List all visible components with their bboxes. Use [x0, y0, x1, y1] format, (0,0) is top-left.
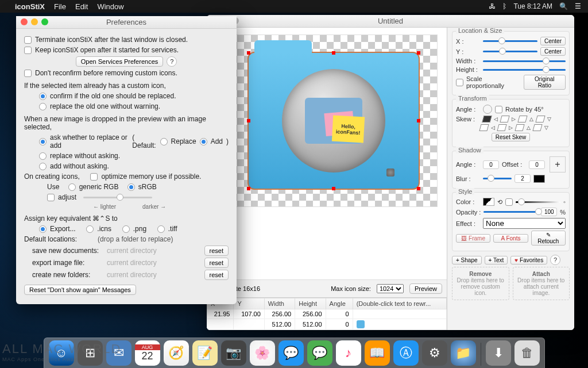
skew-icon[interactable]: [500, 116, 509, 122]
color-picker-icon[interactable]: ◦: [563, 198, 566, 205]
photos-dock-icon[interactable]: 🌸: [250, 340, 275, 366]
resize-handle[interactable]: [417, 51, 420, 55]
original-ratio-button[interactable]: Original Ratio: [524, 75, 566, 90]
resize-handle[interactable]: [247, 51, 250, 55]
icns-radio[interactable]: [86, 225, 94, 233]
skew-icon[interactable]: [497, 124, 506, 131]
y-slider[interactable]: [483, 51, 537, 52]
adjust-checkbox[interactable]: [47, 194, 55, 201]
resize-handle[interactable]: [417, 187, 420, 190]
resize-handle[interactable]: [332, 187, 335, 190]
confirm-replace-radio[interactable]: [39, 93, 47, 100]
clock[interactable]: Tue 8:12 AM: [513, 2, 552, 10]
reset-button[interactable]: reset: [204, 246, 229, 256]
height-slider[interactable]: [483, 69, 566, 71]
resize-handle[interactable]: [332, 51, 335, 55]
doc-titlebar[interactable]: Untitled: [207, 15, 574, 28]
remove-drop-zone[interactable]: RemoveDrop items here to remove custom i…: [452, 267, 509, 300]
x-slider[interactable]: [483, 40, 537, 42]
shadow-add-button[interactable]: +: [550, 156, 566, 172]
skew-icon[interactable]: [535, 116, 545, 122]
skew-icon[interactable]: [482, 116, 492, 122]
replace-noask-radio[interactable]: [39, 152, 47, 160]
resize-handle[interactable]: [247, 119, 250, 122]
notes-dock-icon[interactable]: 📝: [192, 340, 218, 366]
resize-handle[interactable]: [247, 187, 250, 190]
shadow-angle-field[interactable]: [483, 160, 499, 169]
rotate45-checkbox[interactable]: [495, 106, 502, 113]
reset-button[interactable]: reset: [204, 258, 229, 268]
app-menu[interactable]: iconStiX: [15, 2, 45, 11]
bluetooth-icon[interactable]: ᛒ: [502, 2, 506, 10]
objects-table[interactable]: X Y Width Height Angle (Double-click tex…: [207, 297, 447, 330]
default-add-radio[interactable]: [200, 138, 207, 145]
messages-dock-icon[interactable]: 💬: [307, 340, 332, 366]
angle-dial[interactable]: [483, 105, 492, 114]
effect-select[interactable]: None: [483, 218, 566, 229]
attach-drop-zone[interactable]: AttachDrop items here to attach current …: [513, 267, 570, 300]
preview-button[interactable]: Preview: [409, 283, 442, 294]
spotlight-icon[interactable]: 🔍: [559, 2, 568, 10]
fonts-button[interactable]: A Fonts: [493, 234, 528, 243]
table-row[interactable]: 21.95107.00 256.00256.00 0: [207, 309, 447, 319]
frame-button[interactable]: 🖼 Frame: [456, 234, 490, 243]
ask-radio[interactable]: [39, 138, 47, 145]
prefs-titlebar[interactable]: Preferences: [16, 16, 237, 29]
adjust-slider[interactable]: [83, 197, 152, 198]
srgb-radio[interactable]: [127, 183, 135, 191]
safari-dock-icon[interactable]: 🧭: [164, 340, 189, 366]
canvas[interactable]: Hello, iconFans!: [207, 28, 447, 279]
chat-dock-icon[interactable]: 💬: [278, 340, 304, 366]
opacity-slider[interactable]: [483, 211, 538, 213]
scale-checkbox[interactable]: [456, 79, 463, 86]
replace-nowarn-radio[interactable]: [39, 103, 47, 110]
open-services-button[interactable]: Open Services Preferences: [76, 56, 164, 67]
settings-dock-icon[interactable]: ⚙: [422, 340, 447, 366]
close-icon[interactable]: [21, 18, 28, 25]
skew-icon[interactable]: [514, 124, 524, 131]
shadow-color-swatch[interactable]: [533, 175, 545, 183]
ibooks-dock-icon[interactable]: 📖: [365, 340, 390, 366]
blur-field[interactable]: [514, 174, 531, 183]
list-icon[interactable]: ☰: [575, 2, 581, 10]
skew-icon[interactable]: [517, 116, 527, 122]
help-button[interactable]: ?: [550, 255, 560, 265]
photobooth-dock-icon[interactable]: 📷: [221, 340, 246, 366]
wifi-icon[interactable]: 🖧: [489, 2, 496, 10]
color-swatch[interactable]: [483, 198, 494, 206]
center-x-button[interactable]: Center: [540, 37, 566, 45]
default-replace-radio[interactable]: [160, 138, 168, 145]
opacity-field[interactable]: [541, 208, 557, 216]
dont-reconfirm-checkbox[interactable]: [24, 70, 32, 77]
reset-skew-button[interactable]: Reset Skew: [492, 133, 530, 141]
export-radio[interactable]: [39, 225, 47, 233]
zoom-icon[interactable]: [41, 18, 48, 25]
skew-icon[interactable]: [479, 124, 489, 131]
retouch-button[interactable]: ✎ Retouch: [531, 231, 566, 246]
skew-icon[interactable]: [532, 124, 542, 131]
add-noask-radio[interactable]: [39, 163, 47, 170]
menu-file[interactable]: File: [54, 2, 66, 11]
minimize-icon[interactable]: [31, 18, 38, 25]
generic-rgb-radio[interactable]: [68, 183, 76, 191]
calendar-dock-icon[interactable]: AUG22: [135, 340, 160, 366]
shadow-offset-field[interactable]: [529, 160, 545, 169]
trash-dock-icon[interactable]: 🗑: [514, 340, 540, 366]
menu-edit[interactable]: Edit: [75, 2, 88, 11]
max-icon-select[interactable]: 1024: [377, 284, 404, 293]
keep-open-checkbox[interactable]: [24, 47, 32, 54]
center-y-button[interactable]: Center: [540, 47, 566, 56]
menu-window[interactable]: Window: [97, 2, 123, 11]
downloads-dock-icon[interactable]: ⬇: [486, 340, 511, 366]
terminate-checkbox[interactable]: [24, 36, 32, 44]
favorites-button[interactable]: ♥ Favorites: [510, 256, 547, 264]
add-text-button[interactable]: + Text: [485, 256, 508, 264]
iconstix-dock-icon[interactable]: 📁: [451, 340, 476, 366]
blur-slider[interactable]: [483, 178, 512, 179]
fill-checkbox[interactable]: [505, 198, 513, 206]
tiff-radio[interactable]: [157, 225, 165, 233]
resize-handle[interactable]: [417, 119, 420, 122]
color-slider[interactable]: [516, 201, 560, 203]
swap-icon[interactable]: ⟲: [497, 198, 502, 206]
width-slider[interactable]: [483, 60, 566, 62]
